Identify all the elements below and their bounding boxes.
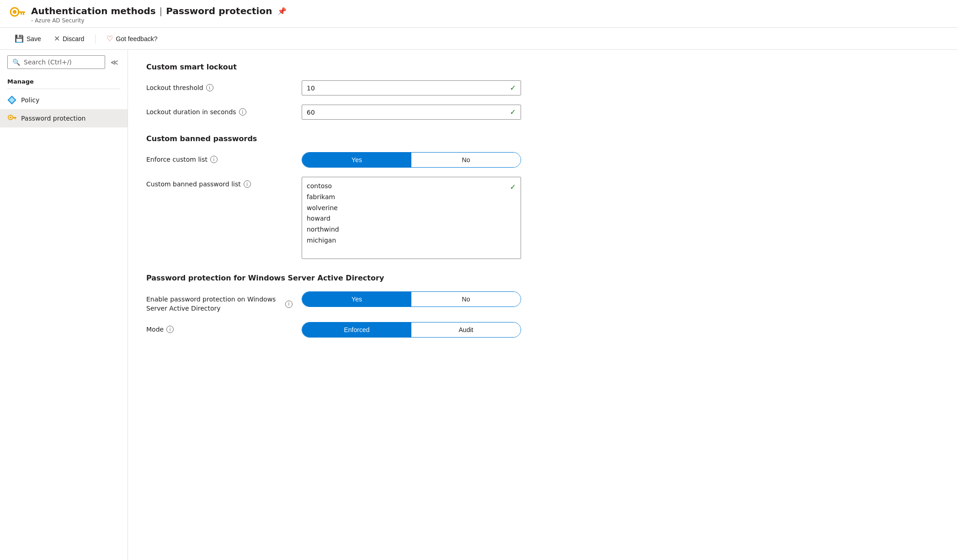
enforce-yes-button[interactable]: Yes: [302, 153, 411, 167]
mode-audit-button[interactable]: Audit: [411, 322, 521, 337]
lockout-threshold-value: 10: [307, 85, 315, 92]
toolbar: 💾 Save ✕ Discard ♡ Got feedback?: [0, 28, 958, 50]
mode-control: Enforced Audit: [302, 322, 521, 338]
sidebar-divider: [7, 89, 120, 89]
banned-list-item-5: michigan: [307, 235, 516, 246]
custom-banned-list-row: Custom banned password list i ✓ contoso …: [146, 177, 940, 259]
enable-windows-row: Enable password protection on Windows Se…: [146, 291, 940, 313]
enable-windows-control: Yes No: [302, 291, 521, 307]
title-separator: |: [160, 5, 163, 16]
key-icon: [7, 114, 16, 123]
pin-icon[interactable]: 📌: [277, 7, 287, 16]
heart-icon: ♡: [106, 34, 113, 43]
enforce-custom-list-control: Yes No: [302, 152, 521, 168]
sidebar-item-password-protection[interactable]: Password protection: [0, 109, 128, 127]
feedback-button[interactable]: ♡ Got feedback?: [101, 32, 163, 46]
svg-point-1: [13, 10, 16, 14]
banned-passwords-section: Custom banned passwords Enforce custom l…: [146, 134, 940, 259]
custom-banned-list-label: Custom banned password list i: [146, 177, 293, 188]
main-content: Custom smart lockout Lockout threshold i…: [128, 50, 958, 560]
app-icon: [9, 6, 26, 23]
discard-button[interactable]: ✕ Discard: [48, 32, 90, 46]
mode-label: Mode i: [146, 322, 293, 333]
svg-marker-6: [8, 96, 16, 104]
enable-windows-yes-button[interactable]: Yes: [302, 292, 411, 306]
title-group: Authentication methods | Password protec…: [31, 5, 287, 24]
diamond-icon: [7, 95, 16, 105]
lockout-duration-row: Lockout duration in seconds i 60 ✓: [146, 105, 940, 120]
banned-list-item-1: fabrikam: [307, 192, 516, 203]
search-container: 🔍 Search (Ctrl+/) ≪: [0, 50, 128, 74]
enforce-custom-list-info-icon[interactable]: i: [210, 156, 218, 163]
lockout-threshold-label: Lockout threshold i: [146, 80, 293, 91]
banned-passwords-title: Custom banned passwords: [146, 134, 940, 143]
svg-rect-2: [18, 11, 25, 13]
lockout-threshold-input[interactable]: 10 ✓: [302, 80, 521, 95]
search-icon: 🔍: [12, 58, 20, 66]
lockout-threshold-control: 10 ✓: [302, 80, 521, 95]
lockout-duration-check-icon: ✓: [510, 108, 516, 116]
lockout-threshold-check-icon: ✓: [510, 84, 516, 92]
svg-rect-10: [15, 118, 16, 119]
mode-toggle: Enforced Audit: [302, 322, 521, 338]
banned-list-item-4: northwind: [307, 224, 516, 235]
enforce-custom-list-toggle: Yes No: [302, 152, 521, 168]
sidebar-item-password-label: Password protection: [21, 115, 85, 122]
lockout-duration-control: 60 ✓: [302, 105, 521, 120]
lockout-duration-info-icon[interactable]: i: [239, 108, 246, 116]
mode-enforced-button[interactable]: Enforced: [302, 322, 411, 337]
banned-list-item-2: wolverine: [307, 203, 516, 214]
enforce-no-button[interactable]: No: [411, 153, 521, 167]
main-layout: 🔍 Search (Ctrl+/) ≪ Manage Policy: [0, 50, 958, 560]
title-suffix: Password protection: [166, 5, 272, 16]
collapse-sidebar-button[interactable]: ≪: [109, 56, 120, 69]
banned-list-check-icon: ✓: [510, 181, 516, 193]
discard-icon: ✕: [54, 34, 60, 43]
save-icon: 💾: [15, 34, 24, 43]
svg-point-8: [10, 116, 11, 118]
page-header: Authentication methods | Password protec…: [0, 0, 958, 28]
mode-info-icon[interactable]: i: [166, 326, 174, 333]
svg-rect-3: [23, 13, 24, 15]
svg-rect-4: [21, 13, 22, 15]
feedback-label: Got feedback?: [116, 35, 157, 42]
enable-windows-no-button[interactable]: No: [411, 292, 521, 306]
svg-rect-11: [14, 118, 15, 119]
toolbar-divider: [95, 34, 96, 43]
save-button[interactable]: 💾 Save: [9, 32, 47, 46]
enable-windows-toggle: Yes No: [302, 291, 521, 307]
lockout-duration-label: Lockout duration in seconds i: [146, 105, 293, 116]
svg-rect-9: [12, 117, 16, 118]
lockout-threshold-info-icon[interactable]: i: [206, 84, 213, 91]
enable-windows-label: Enable password protection on Windows Se…: [146, 291, 293, 313]
custom-banned-list-info-icon[interactable]: i: [244, 180, 251, 188]
windows-ad-section: Password protection for Windows Server A…: [146, 274, 940, 338]
sidebar: 🔍 Search (Ctrl+/) ≪ Manage Policy: [0, 50, 128, 560]
search-placeholder: Search (Ctrl+/): [24, 58, 72, 66]
enforce-custom-list-row: Enforce custom list i Yes No: [146, 152, 940, 168]
banned-list-item-3: howard: [307, 213, 516, 224]
lockout-threshold-row: Lockout threshold i 10 ✓: [146, 80, 940, 95]
lockout-duration-value: 60: [307, 109, 315, 116]
custom-banned-list-control: ✓ contoso fabrikam wolverine howard nort…: [302, 177, 521, 259]
title-prefix: Authentication methods: [31, 5, 156, 16]
lockout-duration-input[interactable]: 60 ✓: [302, 105, 521, 120]
save-label: Save: [27, 35, 41, 42]
windows-ad-title: Password protection for Windows Server A…: [146, 274, 940, 282]
search-input[interactable]: 🔍 Search (Ctrl+/): [7, 55, 105, 69]
sidebar-item-policy-label: Policy: [21, 96, 39, 104]
discard-label: Discard: [63, 35, 84, 42]
banned-list-textarea[interactable]: ✓ contoso fabrikam wolverine howard nort…: [302, 177, 521, 259]
enforce-custom-list-label: Enforce custom list i: [146, 152, 293, 163]
banned-list-item-0: contoso: [307, 181, 516, 192]
header-subtitle: - Azure AD Security: [31, 17, 287, 24]
sidebar-manage-label: Manage: [0, 74, 128, 87]
smart-lockout-title: Custom smart lockout: [146, 63, 940, 71]
sidebar-item-policy[interactable]: Policy: [0, 91, 128, 109]
mode-row: Mode i Enforced Audit: [146, 322, 940, 338]
enable-windows-info-icon[interactable]: i: [285, 301, 293, 308]
